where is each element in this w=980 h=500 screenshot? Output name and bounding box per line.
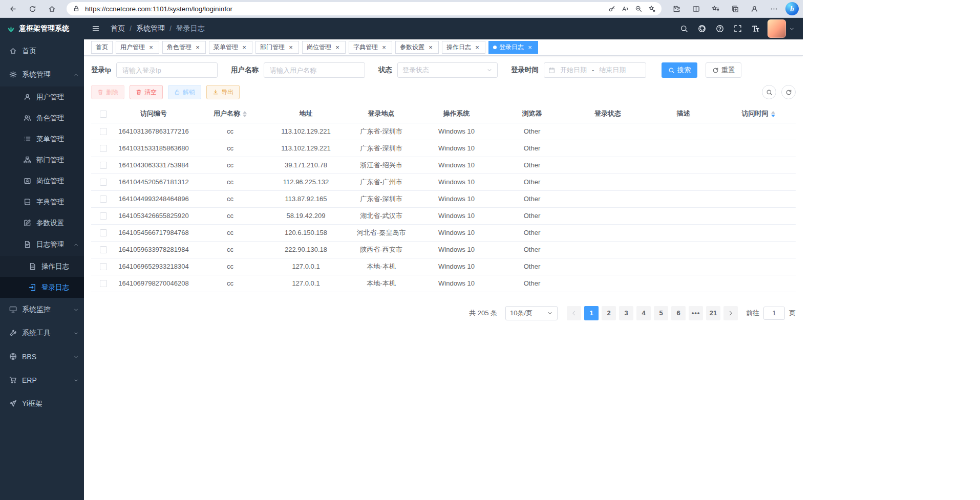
row-checkbox[interactable] <box>100 280 107 287</box>
sidebar-item-system-management[interactable]: 系统管理 <box>0 63 84 86</box>
tab-role-management[interactable]: 角色管理× <box>162 41 206 54</box>
profile-avatar-icon[interactable] <box>745 2 763 16</box>
fullscreen-icon[interactable] <box>731 22 744 35</box>
tab-menu-management[interactable]: 菜单管理× <box>209 41 252 54</box>
row-checkbox[interactable] <box>100 145 107 152</box>
table-row[interactable]: 1641054566717984768cc120.6.150.158河北省-秦皇… <box>91 224 796 241</box>
tab-param-settings[interactable]: 参数设置× <box>395 41 439 54</box>
more-menu-icon[interactable] <box>765 2 782 16</box>
sidebar-item-erp[interactable]: ERP <box>0 368 84 392</box>
sidebar-item-param-settings[interactable]: 参数设置 <box>0 212 84 233</box>
close-icon[interactable]: × <box>380 44 388 51</box>
collections-icon[interactable] <box>726 2 743 16</box>
password-key-icon[interactable] <box>605 3 619 15</box>
sidebar-item-dept-management[interactable]: 部门管理 <box>0 149 84 170</box>
refresh-table-button[interactable] <box>781 85 796 99</box>
sidebar-item-role-management[interactable]: 角色管理 <box>0 107 84 128</box>
sidebar-item-post-management[interactable]: 岗位管理 <box>0 170 84 191</box>
sidebar-item-menu-management[interactable]: 菜单管理 <box>0 128 84 149</box>
tab-home[interactable]: 首页 <box>91 41 113 54</box>
reset-button[interactable]: 重置 <box>706 62 741 78</box>
unlock-button[interactable]: 解锁 <box>168 85 201 99</box>
table-row[interactable]: 1641031367863177216cc113.102.129.221广东省-… <box>91 123 796 140</box>
tab-dict-management[interactable]: 字典管理× <box>349 41 392 54</box>
split-screen-icon[interactable] <box>687 2 705 16</box>
next-page-button[interactable] <box>723 306 738 320</box>
page-button-6[interactable]: 6 <box>671 306 686 320</box>
help-icon[interactable] <box>713 22 727 35</box>
extensions-icon[interactable] <box>668 2 685 16</box>
sidebar-item-log-management[interactable]: 日志管理 <box>0 233 84 256</box>
close-icon[interactable]: × <box>241 44 248 51</box>
sidebar-item-yi-framework[interactable]: Yi框架 <box>0 392 84 416</box>
tab-login-log[interactable]: 登录日志× <box>488 41 538 54</box>
delete-button[interactable]: 删除 <box>91 85 124 99</box>
page-size-select[interactable]: 10条/页 <box>505 306 558 320</box>
search-button[interactable]: 搜索 <box>662 62 697 78</box>
sort-icons[interactable] <box>243 111 247 117</box>
back-button[interactable] <box>4 2 22 16</box>
close-icon[interactable]: × <box>147 44 155 51</box>
close-icon[interactable]: × <box>287 44 294 51</box>
row-checkbox[interactable] <box>100 162 107 169</box>
sort-icons[interactable] <box>771 111 775 117</box>
sidebar-item-login-log[interactable]: 登录日志 <box>0 277 84 298</box>
table-row[interactable]: 1641069652933218304cc127.0.0.1本地-本机Windo… <box>91 258 796 275</box>
login-ip-input[interactable] <box>116 62 218 78</box>
status-select[interactable]: 登录状态 <box>397 62 498 78</box>
prev-page-button[interactable] <box>567 306 581 320</box>
sidebar-item-bbs[interactable]: BBS <box>0 345 84 368</box>
url-text[interactable]: https://ccnetcore.com:1101/system/log/lo… <box>85 5 605 13</box>
sidebar-item-system-monitor[interactable]: 系统监控 <box>0 298 84 321</box>
sidebar-toggle-button[interactable] <box>89 22 102 35</box>
page-button-1[interactable]: 1 <box>584 306 599 320</box>
table-row[interactable]: 1641069798270046208cc127.0.0.1本地-本机Windo… <box>91 275 796 292</box>
clear-button[interactable]: 清空 <box>130 85 163 99</box>
row-checkbox[interactable] <box>100 246 107 253</box>
tab-post-management[interactable]: 岗位管理× <box>302 41 346 54</box>
table-row[interactable]: 1641044520567181312cc112.96.225.132广东省-广… <box>91 173 796 190</box>
show-search-button[interactable] <box>762 85 776 99</box>
app-logo[interactable]: 意框架管理系统 <box>0 24 84 33</box>
date-range-picker[interactable]: 开始日期 - 结束日期 <box>544 62 646 78</box>
row-checkbox[interactable] <box>100 212 107 220</box>
close-icon[interactable]: × <box>427 44 434 51</box>
breadcrumb-item[interactable]: 首页 <box>111 24 125 33</box>
row-checkbox[interactable] <box>100 263 107 270</box>
page-button-2[interactable]: 2 <box>602 306 616 320</box>
sidebar-item-user-management[interactable]: 用户管理 <box>0 86 84 107</box>
breadcrumb-item[interactable]: 系统管理 <box>136 24 165 33</box>
tab-dept-management[interactable]: 部门管理× <box>255 41 299 54</box>
close-icon[interactable]: × <box>474 44 481 51</box>
page-button-3[interactable]: 3 <box>619 306 633 320</box>
column-header-user-name[interactable]: 用户名称 <box>192 105 268 123</box>
select-all-checkbox[interactable] <box>100 111 107 118</box>
close-icon[interactable]: × <box>334 44 341 51</box>
table-row[interactable]: 1641031533185863680cc113.102.129.221广东省-… <box>91 140 796 157</box>
row-checkbox[interactable] <box>100 229 107 236</box>
table-row[interactable]: 1641053426655825920cc58.19.42.209湖北省-武汉市… <box>91 207 796 224</box>
row-checkbox[interactable] <box>100 179 107 186</box>
search-icon[interactable] <box>677 22 691 35</box>
copilot-icon[interactable]: b <box>785 2 799 15</box>
tab-user-management[interactable]: 用户管理× <box>116 41 159 54</box>
sidebar-item-system-tools[interactable]: 系统工具 <box>0 321 84 345</box>
row-checkbox[interactable] <box>100 195 107 203</box>
font-size-icon[interactable] <box>749 22 762 35</box>
pager-more[interactable]: ••• <box>689 306 703 320</box>
page-button-4[interactable]: 4 <box>636 306 651 320</box>
close-icon[interactable]: × <box>526 44 534 51</box>
tab-operation-log[interactable]: 操作日志× <box>442 41 485 54</box>
github-icon[interactable] <box>695 22 709 35</box>
zoom-icon[interactable] <box>632 3 645 15</box>
sidebar-item-operation-log[interactable]: 操作日志 <box>0 256 84 277</box>
avatar[interactable] <box>768 19 786 38</box>
refresh-button[interactable] <box>24 2 41 16</box>
user-name-input[interactable] <box>264 62 365 78</box>
sidebar-item-home[interactable]: 首页 <box>0 39 84 63</box>
sidebar-item-dict-management[interactable]: 字典管理 <box>0 191 84 212</box>
read-aloud-icon[interactable] <box>619 3 632 15</box>
favorites-icon[interactable] <box>707 2 724 16</box>
row-checkbox[interactable] <box>100 128 107 135</box>
goto-page-input[interactable] <box>763 307 785 320</box>
